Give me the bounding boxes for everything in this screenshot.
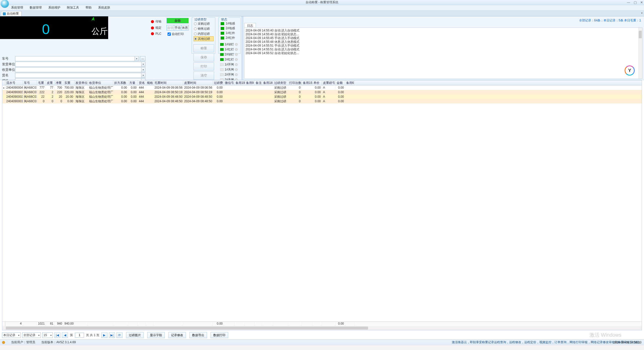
menu-bar: 系统管理 数据管理 系统维护 附加工具 帮助 系统皮肤 (0, 5, 644, 11)
car-dropdown-icon[interactable]: ▾ (135, 56, 139, 61)
ir2-led-icon (221, 37, 224, 40)
grid-hscrollbar[interactable] (2, 326, 642, 330)
open2-button[interactable] (235, 73, 238, 76)
radio-internal[interactable]: 内部过磅 (193, 31, 214, 36)
save-button[interactable]: 保存 (193, 53, 214, 61)
car-input[interactable] (15, 56, 135, 61)
toolbar: 本日记录 全部记录 15 |◀ ◀ 第 页 共 1 页 ▶ ▶| ⟳ 过磅图片 … (2, 331, 642, 339)
close1-button[interactable] (235, 68, 238, 71)
auto-print-checkbox[interactable] (168, 32, 171, 36)
taskbar (0, 345, 644, 350)
last-page-button[interactable]: ▶| (109, 332, 115, 338)
stable-label: 稳定 (155, 26, 162, 30)
red1-led-icon (220, 48, 224, 51)
maximize-icon[interactable]: ▢ (634, 1, 637, 4)
minimize-icon[interactable]: — (627, 1, 630, 4)
mode-toggle: 自动 (167, 18, 189, 23)
clear-button[interactable]: 清空 (193, 72, 214, 80)
weigh-pic-button[interactable]: 过磅图片 (126, 332, 144, 338)
green2-led-icon (220, 53, 224, 56)
mode-auto-button[interactable]: 自动 (167, 18, 188, 23)
stable-led-icon (151, 26, 154, 29)
current-user: 当前用户：管理员 (11, 340, 35, 344)
today-records-combo[interactable]: 本日记录 (2, 332, 21, 338)
table-row[interactable]: 2404090003闽A68C032222220220.00海珠区福山生物质处理… (2, 90, 642, 94)
scale-indicator: A (92, 17, 95, 21)
data-print-button[interactable]: 数据打印 (211, 332, 228, 338)
ground2-led-icon (221, 27, 224, 30)
menu-maintain[interactable]: 系统维护 (48, 6, 60, 10)
receiver-input[interactable] (15, 67, 141, 72)
red2-led-icon (220, 58, 224, 61)
log-scrollbar[interactable] (638, 28, 642, 79)
next-page-button[interactable]: ▶ (101, 332, 107, 338)
table-row[interactable]: 2404090002闽A68C032222020.00海珠区福山生物质处理厂0.… (2, 94, 642, 99)
green1-led-icon (220, 43, 224, 46)
document-tab[interactable]: 自动称重 (1, 11, 22, 16)
page-input[interactable] (75, 333, 84, 338)
sender-input[interactable] (15, 62, 141, 67)
records-grid: 流水号 车号 毛重 皮重 净重 实重 发货单位 收货单位 折方系数 方量 货名 … (2, 80, 642, 330)
goods-input[interactable] (15, 73, 141, 78)
green1-button[interactable] (235, 43, 238, 46)
splitter[interactable] (242, 16, 243, 80)
close-icon[interactable]: ✕ (640, 1, 643, 4)
transmit-led-icon (151, 20, 154, 23)
red2-button[interactable] (235, 58, 238, 61)
mode-auto-disabled: 自动 (167, 25, 174, 30)
log-panel: 2024-04-09 14:55:40 自动:进入自动模式 2024-04-09… (244, 27, 642, 79)
weight-value: 0 (42, 21, 50, 37)
sender-dropdown-icon[interactable]: ▾ (141, 62, 145, 67)
all-records-combo[interactable]: 全部记录 (22, 332, 41, 338)
auto-print-label: 自动打印 (172, 32, 184, 36)
green2-button[interactable] (235, 53, 238, 56)
sender-label: 发货单位 (2, 62, 15, 66)
menu-help[interactable]: 帮助 (86, 6, 92, 10)
radio-other[interactable]: 其他过磅 (193, 36, 214, 41)
col-flowid[interactable]: 流水号 (5, 80, 23, 85)
tab-chevron-icon[interactable]: ▾ (641, 12, 642, 14)
table-row[interactable]: 2404090001闽A68C030000.00海珠区福山生物质处理厂0.000… (2, 99, 642, 103)
menu-data[interactable]: 数据管理 (30, 6, 42, 10)
export-button[interactable]: 数据导出 (189, 332, 207, 338)
status-group: 状态 1#地感 2#地感 1#红外 2#红外 1#绿灯 1#红灯 2#绿灯 2#… (218, 17, 240, 54)
goods-dropdown-icon[interactable]: ▾ (141, 73, 145, 78)
print-button[interactable]: 打印 (193, 62, 214, 71)
show-fields-button[interactable]: 显示字段 (147, 332, 165, 338)
first-page-button[interactable]: |◀ (54, 332, 60, 338)
menu-skin[interactable]: 系统皮肤 (98, 6, 110, 10)
status-time: 2024-04-09 14:56:00 (614, 341, 641, 344)
weigh-type-group: 过磅类型 采购过磅 销售过磅 内部过磅 其他过磅 称重 保存 打印 清空 (192, 17, 215, 54)
window-title: 自动称重 - 称重管理系统 (306, 0, 339, 5)
weight-unit: 公斤 (92, 26, 108, 37)
goods-label: 货名 (2, 73, 15, 78)
radio-purchase[interactable]: 采购过磅 (193, 21, 214, 26)
receiver-dropdown-icon[interactable]: ▾ (141, 67, 145, 72)
open1-button[interactable] (235, 63, 238, 66)
page-size-combo[interactable]: 15 (42, 332, 53, 338)
tab-icon (3, 12, 6, 15)
weigh-button[interactable]: 称重 (193, 44, 214, 52)
car-label: 车号 (2, 56, 15, 61)
windows-watermark-title: 激活 Windows (589, 332, 621, 338)
watermark-logo-icon: Y (625, 65, 635, 76)
record-summary: 全部记录：64条；本日记录：5条 本日毛重：1 (579, 18, 641, 23)
red1-button[interactable] (235, 48, 238, 51)
current-version: 当前版本：AVSZ 3.1.4.69 (41, 340, 76, 344)
table-row[interactable]: ▸2404090004闽A68C0377777700700.00海珠区福山生物质… (2, 85, 642, 90)
car-browse-button[interactable]: ... (140, 56, 145, 61)
transmit-label: 传输 (155, 19, 162, 24)
menu-tools[interactable]: 附加工具 (67, 6, 79, 10)
weight-display: A 0 公斤 (0, 16, 108, 39)
menu-system[interactable]: 系统管理 (11, 6, 23, 10)
mode-manual-button[interactable]: 手动 (174, 25, 181, 30)
prev-page-button[interactable]: ◀ (62, 332, 68, 338)
plc-label: PLC (155, 32, 161, 36)
open2-led-icon (220, 73, 224, 76)
open1-led-icon (220, 63, 224, 66)
ir1-led-icon (221, 32, 224, 35)
mode-rest-button[interactable]: 休息 (181, 25, 188, 30)
edit-record-button[interactable]: 记录修改 (168, 332, 186, 338)
refresh-button[interactable]: ⟳ (116, 332, 123, 338)
radio-sale[interactable]: 销售过磅 (193, 26, 214, 31)
